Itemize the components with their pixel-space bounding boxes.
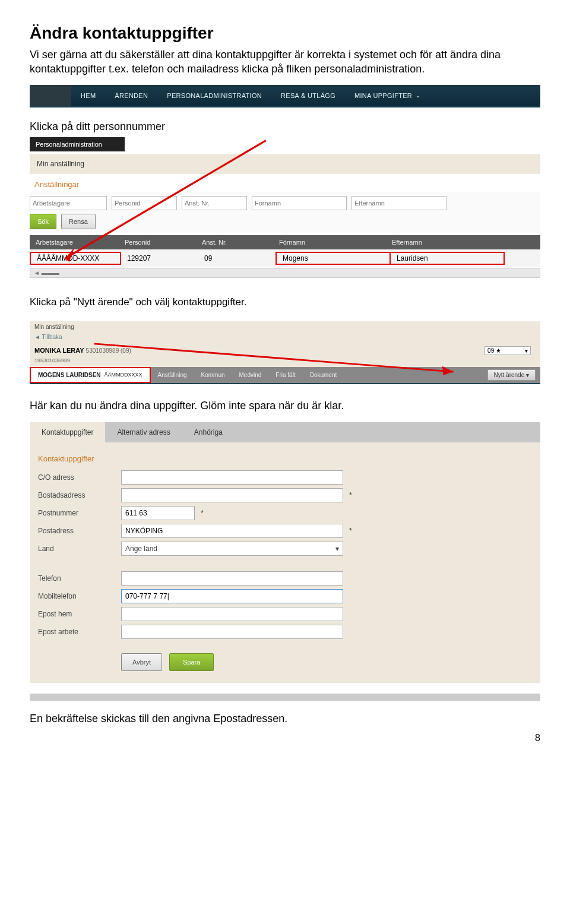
rensa-button[interactable]: Rensa <box>61 214 96 229</box>
label-land: Land <box>38 545 121 553</box>
label-min-anstallning-2: Min anställning <box>30 321 540 333</box>
form-tabset: Kontaktuppgifter Alternativ adress Anhör… <box>30 422 540 442</box>
row-land: Land Ange land ▾ <box>38 542 532 556</box>
tab-anhoriga[interactable]: Anhöriga <box>182 422 235 442</box>
required-star: * <box>201 509 204 517</box>
footer-text: En bekräftelse skickas till den angivna … <box>30 711 540 726</box>
label-mobil: Mobiltelefon <box>38 592 121 600</box>
label-bostad: Bostadsadress <box>38 491 121 499</box>
screenshot-form: Kontaktuppgifter Alternativ adress Anhör… <box>30 422 540 701</box>
screenshot-anstallningar: Personaladministration Min anställning A… <box>30 137 540 278</box>
chevron-down-icon: ▾ <box>335 545 339 553</box>
select-land[interactable]: Ange land ▾ <box>121 542 343 556</box>
th-fornamn: Förnamn <box>273 239 386 246</box>
nav-item-arenden[interactable]: ÄRENDEN <box>105 85 157 106</box>
label-postadr: Postadress <box>38 527 121 535</box>
profile-name-id: 5301038989 (09) <box>86 347 131 354</box>
caption-klicka-personnummer: Klicka på ditt personnummer <box>30 119 540 134</box>
search-personid[interactable] <box>112 196 177 210</box>
input-bostad[interactable] <box>121 488 343 502</box>
label-co: C/O adress <box>38 473 121 482</box>
caption-andra-uppgifter: Här kan du nu ändra dina uppgifter. Glöm… <box>30 398 540 413</box>
sok-button[interactable]: Sök <box>30 214 56 229</box>
heading-anstallningar: Anställningar <box>30 174 540 192</box>
th-anstnr: Anst. Nr. <box>196 239 273 246</box>
required-star: * <box>349 527 352 535</box>
nav-item-personaladmin[interactable]: PERSONALADMINISTRATION <box>157 85 271 106</box>
tab-profile-name-id: ÅÅMMDDXXXX <box>104 372 142 378</box>
nav-item-mina[interactable]: MINA UPPGIFTER ⌄ <box>345 85 430 106</box>
tab-profile-name[interactable]: MOGENS LAURIDSEN ÅÅMMDDXXXX <box>30 367 151 383</box>
profile-name: MONIKA LERAY <box>34 347 84 354</box>
tab-anstallning[interactable]: Anställning <box>151 368 194 382</box>
cell-arbetstagare[interactable]: ÅÅÅÅMMDD-XXXX <box>30 252 121 265</box>
page-number: 8 <box>30 733 540 743</box>
nav-item-mina-label: MINA UPPGIFTER <box>354 92 412 99</box>
input-eposthem[interactable] <box>121 607 343 621</box>
input-telefon[interactable] <box>121 571 343 586</box>
form-footer-strip <box>30 694 540 701</box>
row-telefon: Telefon <box>38 571 532 586</box>
search-buttons: Sök Rensa <box>30 214 540 233</box>
profile-idline: 195301036989 <box>30 357 540 367</box>
navbar-thumbnail <box>30 85 71 106</box>
tab-friafalt[interactable]: Fria fält <box>268 368 302 382</box>
screenshot-profile-tabs: Min anställning ◄ Tillbaka MONIKA LERAY … <box>30 321 540 384</box>
input-postadr[interactable] <box>121 524 343 538</box>
row-postadr: Postadress * <box>38 524 532 538</box>
form-heading: Kontaktuppgifter <box>38 448 532 467</box>
search-anstnr[interactable] <box>182 196 247 210</box>
search-arbetstagare[interactable] <box>30 196 107 210</box>
profile-tabbar: MOGENS LAURIDSEN ÅÅMMDDXXXX Anställning … <box>30 367 540 383</box>
scrollbar-footer[interactable]: ◄ ▬▬▬ <box>30 268 540 278</box>
label-min-anstallning: Min anställning <box>30 154 540 174</box>
table-header: Arbetstagare Personid Anst. Nr. Förnamn … <box>30 235 540 249</box>
cell-anstnr: 09 <box>198 253 276 264</box>
required-star: * <box>349 491 352 499</box>
label-telefon: Telefon <box>38 574 121 583</box>
table-row[interactable]: ÅÅÅÅMMDD-XXXX 129207 09 Mogens Lauridsen <box>30 249 540 267</box>
th-personid: Personid <box>119 239 196 246</box>
form-area: Kontaktuppgifter C/O adress Bostadsadres… <box>30 442 540 683</box>
cell-personid: 129207 <box>121 253 198 264</box>
tillbaka-link[interactable]: ◄ Tillbaka <box>30 333 540 344</box>
search-row <box>30 192 540 214</box>
star-select[interactable]: 09 ★ ▾ <box>484 346 531 355</box>
avbryt-button[interactable]: Avbryt <box>121 653 162 671</box>
profile-name-bar: MONIKA LERAY 5301038989 (09) 09 ★ ▾ <box>30 344 540 357</box>
row-epostarb: Epost arbete <box>38 625 532 639</box>
input-postnr[interactable] <box>121 506 195 520</box>
tab-profile-name-label: MOGENS LAURIDSEN <box>38 372 101 378</box>
th-efternamn: Efternamn <box>386 239 499 246</box>
tab-kontaktuppgifter[interactable]: Kontaktuppgifter <box>30 422 105 442</box>
page-title: Ändra kontaktuppgifter <box>30 24 540 43</box>
label-postnr: Postnummer <box>38 509 121 517</box>
spara-button[interactable]: Spara <box>169 653 214 671</box>
search-fornamn[interactable] <box>252 196 347 210</box>
caption-nytt-arende: Klicka på "Nytt ärende" och välj kontakt… <box>30 296 540 309</box>
select-land-value: Ange land <box>125 545 157 553</box>
input-co[interactable] <box>121 470 343 485</box>
tab-dokument[interactable]: Dokument <box>303 368 344 382</box>
tab-medvind[interactable]: Medvind <box>232 368 269 382</box>
row-mobil: Mobiltelefon <box>38 589 532 603</box>
nav-item-hem[interactable]: HEM <box>71 85 105 106</box>
row-eposthem: Epost hem <box>38 607 532 621</box>
search-efternamn[interactable] <box>352 196 446 210</box>
row-postnr: Postnummer * <box>38 506 532 520</box>
main-navbar: HEM ÄRENDEN PERSONALADMINISTRATION RESA … <box>30 85 540 107</box>
input-epostarb[interactable] <box>121 625 343 639</box>
nytt-arende-button[interactable]: Nytt ärende ▾ <box>487 369 536 381</box>
intro-text: Vi ser gärna att du säkerställer att din… <box>30 48 540 77</box>
cell-efternamn: Lauridsen <box>390 252 505 265</box>
row-co: C/O adress <box>38 470 532 485</box>
label-epostarb: Epost arbete <box>38 628 121 636</box>
tab-alternativ-adress[interactable]: Alternativ adress <box>105 422 182 442</box>
form-button-row: Avbryt Spara <box>121 653 532 671</box>
input-mobil[interactable] <box>121 589 343 603</box>
cell-fornamn: Mogens <box>276 252 391 265</box>
tab-kommun[interactable]: Kommun <box>194 368 232 382</box>
label-eposthem: Epost hem <box>38 610 121 618</box>
nav-item-resa[interactable]: RESA & UTLÄGG <box>271 85 345 106</box>
th-arbetstagare: Arbetstagare <box>30 239 119 246</box>
